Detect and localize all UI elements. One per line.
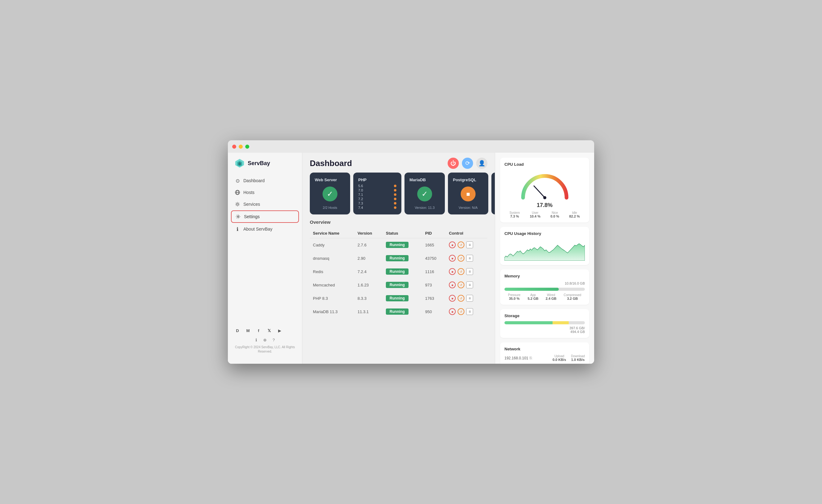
card-partial[interactable]: No RedMer bbox=[491, 172, 495, 214]
power-button[interactable]: ⏻ bbox=[448, 158, 459, 169]
control-buttons: ■ ↺ ≡ bbox=[449, 268, 484, 275]
mem-stat-pressure: Pressure 35.0 % bbox=[508, 293, 520, 301]
php-versions-list: 5.6 7.0 7.1 7.2 bbox=[358, 184, 396, 209]
sidebar-item-settings[interactable]: Settings bbox=[231, 210, 299, 223]
log-button[interactable]: ≡ bbox=[466, 255, 473, 262]
svg-point-9 bbox=[543, 196, 546, 199]
youtube-icon[interactable]: ▶ bbox=[276, 327, 283, 334]
stop-button[interactable]: ■ bbox=[449, 255, 456, 262]
sidebar-item-services[interactable]: Services bbox=[231, 198, 299, 210]
x-icon[interactable]: 𝕏 bbox=[266, 327, 273, 334]
card-web-server-icon-area: ✓ bbox=[315, 186, 345, 201]
sidebar-item-hosts[interactable]: Hosts bbox=[231, 187, 299, 198]
card-mariadb[interactable]: MariaDB ✓ Version: 11.3 bbox=[404, 172, 445, 214]
cell-version: 8.3.3 bbox=[355, 292, 383, 305]
status-badge: Running bbox=[386, 295, 409, 301]
php-dot-56 bbox=[394, 185, 396, 187]
help-link-icon[interactable]: ? bbox=[271, 337, 277, 343]
cell-status: Running bbox=[383, 279, 422, 292]
facebook-icon[interactable]: f bbox=[255, 327, 262, 334]
table-row: Redis 7.2.4 Running 1116 ■ ↺ ≡ bbox=[310, 265, 487, 279]
app-name: ServBay bbox=[248, 160, 270, 167]
app-window: ServBay ⊙ Dashboard Hosts bbox=[228, 140, 594, 364]
log-button[interactable]: ≡ bbox=[466, 282, 473, 288]
cell-status: Running bbox=[383, 265, 422, 279]
php-dot-73 bbox=[394, 202, 396, 204]
card-postgresql[interactable]: PostgreSQL ■ Version: N/A bbox=[448, 172, 488, 214]
col-header-version: Version bbox=[355, 228, 383, 238]
log-button[interactable]: ≡ bbox=[466, 295, 473, 302]
status-badge: Running bbox=[386, 309, 409, 315]
social-icons-row: D M f 𝕏 ▶ bbox=[234, 327, 296, 334]
cpu-stats: System 7.3 % User 10.4 % Nice 0.0 % Idle… bbox=[504, 211, 585, 218]
network-row: 192.168.0.101 ⎘ Upload 0.0 KB/s Download… bbox=[504, 355, 585, 362]
user-button[interactable]: 👤 bbox=[476, 158, 487, 169]
history-chart-svg bbox=[504, 239, 585, 261]
sidebar-item-dashboard[interactable]: ⊙ Dashboard bbox=[231, 175, 299, 186]
overview-section: Overview Service Name Version Status PID… bbox=[302, 219, 495, 364]
stop-button[interactable]: ■ bbox=[449, 282, 456, 288]
stop-button[interactable]: ■ bbox=[449, 241, 456, 248]
minimize-button[interactable] bbox=[239, 145, 243, 149]
storage-section: Storage 397.6 GB/494.4 GB bbox=[500, 309, 589, 338]
medium-icon[interactable]: M bbox=[245, 327, 252, 334]
discord-icon[interactable]: D bbox=[234, 327, 241, 334]
cell-pid: 973 bbox=[422, 279, 446, 292]
log-button[interactable]: ≡ bbox=[466, 268, 473, 275]
check-circle-icon: ✓ bbox=[323, 186, 337, 201]
close-button[interactable] bbox=[232, 145, 236, 149]
stop-button[interactable]: ■ bbox=[449, 308, 456, 315]
card-postgresql-subtitle: Version: N/A bbox=[453, 206, 483, 209]
main-content: Dashboard ⏻ ⟳ 👤 Web Server ✓ 2/2 Hosts P… bbox=[302, 153, 495, 364]
restart-button[interactable]: ↺ bbox=[458, 241, 464, 248]
copy-icon[interactable]: ⎘ bbox=[529, 356, 532, 360]
cell-control: ■ ↺ ≡ bbox=[446, 279, 487, 292]
control-buttons: ■ ↺ ≡ bbox=[449, 241, 484, 248]
restart-button[interactable]: ↺ bbox=[458, 282, 464, 288]
globe-link-icon[interactable]: ⊕ bbox=[262, 337, 268, 343]
log-button[interactable]: ≡ bbox=[466, 241, 473, 248]
cpu-load-section: CPU Load bbox=[500, 158, 589, 222]
col-header-service-name: Service Name bbox=[310, 228, 355, 238]
cell-service-name: dnsmasq bbox=[310, 252, 355, 265]
upload-speed: Upload 0.0 KB/s bbox=[552, 355, 566, 362]
php-dot-71 bbox=[394, 193, 396, 196]
restart-button[interactable]: ↺ bbox=[458, 268, 464, 275]
services-table: Service Name Version Status PID Control … bbox=[310, 228, 487, 319]
sidebar-nav: ⊙ Dashboard Hosts bbox=[228, 175, 302, 248]
stop-button[interactable]: ■ bbox=[449, 268, 456, 275]
control-buttons: ■ ↺ ≡ bbox=[449, 255, 484, 262]
cell-control: ■ ↺ ≡ bbox=[446, 238, 487, 252]
log-button[interactable]: ≡ bbox=[466, 308, 473, 315]
sidebar-logo: ServBay bbox=[228, 158, 302, 175]
ip-address: 192.168.0.101 bbox=[504, 356, 528, 360]
maximize-button[interactable] bbox=[245, 145, 249, 149]
cpu-load-title: CPU Load bbox=[504, 162, 585, 167]
cell-service-name: Caddy bbox=[310, 238, 355, 252]
cpu-stat-nice: Nice 0.0 % bbox=[550, 211, 559, 218]
restart-button[interactable]: ↺ bbox=[458, 255, 464, 262]
col-header-status: Status bbox=[383, 228, 422, 238]
cpu-history-section: CPU Usage History bbox=[500, 227, 589, 265]
cell-service-name: Redis bbox=[310, 265, 355, 279]
download-speed: Download 1.0 KB/s bbox=[571, 355, 585, 362]
info-link-icon[interactable]: ℹ bbox=[254, 337, 259, 343]
restart-button[interactable]: ↺ bbox=[458, 295, 464, 302]
cpu-stat-idle: Idle 82.2 % bbox=[569, 211, 580, 218]
cell-version: 11.3.1 bbox=[355, 305, 383, 319]
copyright-text: CopyRight © 2024 ServBay, LLC. All Right… bbox=[234, 345, 296, 354]
restart-button[interactable]: ↺ bbox=[458, 308, 464, 315]
check-circle-mariadb-icon: ✓ bbox=[417, 186, 432, 201]
cell-pid: 1665 bbox=[422, 238, 446, 252]
card-php[interactable]: PHP 5.6 7.0 7.1 7.2 bbox=[353, 172, 401, 214]
refresh-button[interactable]: ⟳ bbox=[462, 158, 473, 169]
table-row: PHP 8.3 8.3.3 Running 1763 ■ ↺ ≡ bbox=[310, 292, 487, 305]
sidebar-item-about[interactable]: ℹ About ServBay bbox=[231, 223, 299, 234]
memory-bar-fill bbox=[504, 288, 559, 291]
cell-pid: 1763 bbox=[422, 292, 446, 305]
stop-button[interactable]: ■ bbox=[449, 295, 456, 302]
php-dot-74 bbox=[394, 206, 396, 209]
cpu-stat-user: User 10.4 % bbox=[530, 211, 540, 218]
cell-status: Running bbox=[383, 238, 422, 252]
card-web-server[interactable]: Web Server ✓ 2/2 Hosts bbox=[310, 172, 350, 214]
